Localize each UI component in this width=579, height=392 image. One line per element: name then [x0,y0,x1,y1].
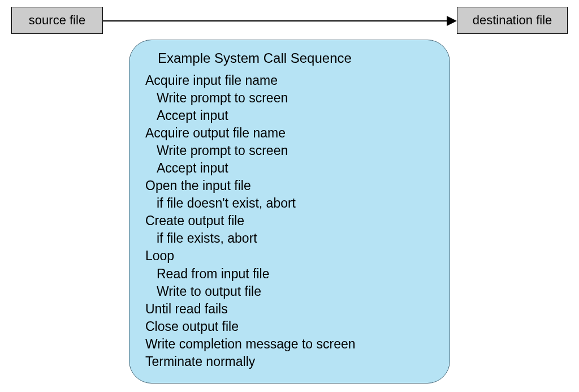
arrow-head-icon [447,16,457,26]
sequence-substep: Write to output file [145,283,434,300]
sequence-step: Create output file [145,212,434,230]
destination-file-box: destination file [457,7,568,34]
sequence-title: Example System Call Sequence [158,50,434,66]
sequence-substep: Accept input [145,160,434,177]
system-call-sequence-box: Example System Call Sequence Acquire inp… [129,40,450,384]
sequence-step: Until read fails [145,300,434,318]
source-file-box: source file [11,7,103,34]
sequence-step: Acquire input file name [145,72,434,89]
sequence-substep: Read from input file [145,265,434,283]
sequence-step: Open the input file [145,177,434,195]
sequence-step: Loop [145,247,434,265]
sequence-step: Terminate normally [145,353,434,371]
arrow-line [103,20,449,21]
arrow [103,20,457,21]
source-file-label: source file [29,13,85,28]
sequence-substep: Write prompt to screen [145,89,434,107]
sequence-substep: if file doesn't exist, abort [145,195,434,212]
destination-file-label: destination file [473,13,552,28]
sequence-step: Write completion message to screen [145,335,434,353]
sequence-step: Acquire output file name [145,124,434,142]
sequence-substep: Accept input [145,107,434,124]
sequence-substep: if file exists, abort [145,230,434,247]
sequence-step: Close output file [145,318,434,335]
sequence-substep: Write prompt to screen [145,142,434,160]
